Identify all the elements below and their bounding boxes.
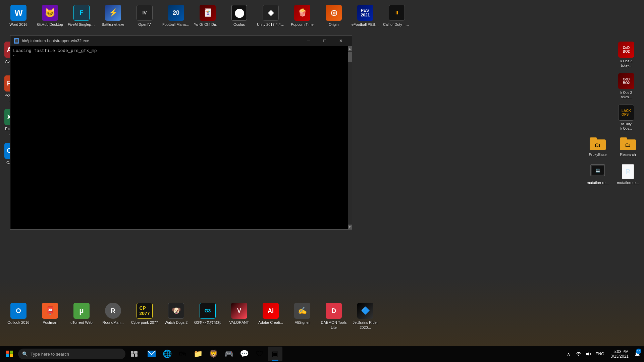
system-tray-expand-button[interactable]: ∧ [564,347,573,361]
desktop-icon-github[interactable]: 🐱 GitHub Desktop [35,3,65,29]
openiv-label: OpenIV [138,22,151,27]
taskbar-explorer-icon[interactable]: 📁 [191,347,205,361]
desktop-icon-callofduty[interactable]: II Call of Duty - Black Ops 2 [382,3,412,29]
desktop-icon-openiv[interactable]: IV OpenIV [129,3,160,29]
desktop-icon-research[interactable]: 🗂 Research [614,135,641,159]
language-label: ENG [596,352,604,356]
desktop-icon-watchdogs[interactable]: 🐶 Watch Dogs 2 [161,301,191,327]
taskbar-pinned-icons: 🌐 🛍 📁 🦁 🎮 💬 🛡 [144,347,282,361]
bo2-mp-icon[interactable]: CoDBO2 k Ops 2tiplay... [611,40,641,70]
right-bo2-icons: CoDBO2 k Ops 2tiplay... CoDBO2 k Ops 2nb… [611,40,641,133]
callofduty-label: Call of Duty - Black Ops 2 [383,22,411,27]
desktop-icon-word2016[interactable]: W Word 2016 [3,3,34,29]
unity-label: Unity 2017.4.40... [257,22,284,27]
minimize-button[interactable]: ─ [301,36,316,46]
outlook-label: Outlook 2016 [7,320,29,325]
taskbar-brave-icon[interactable]: 🦁 [206,347,221,361]
start-button[interactable] [1,346,17,362]
blackops-logo-icon[interactable]: LACKOPS of Dutyk Ops... [611,103,641,133]
svg-marker-9 [586,352,589,356]
desktop-icon-fivem[interactable]: F FiveM Singleplayer [66,3,97,29]
task-view-button[interactable] [126,346,142,362]
desktop-icon-football[interactable]: 20 Football Manag... [161,3,191,29]
desktop-icon-adobe[interactable]: Ai Adobe Creati... [256,301,286,327]
network-icon[interactable] [574,347,583,361]
desktop-icon-mutation-re1[interactable]: 💻 mutation-re... [584,162,611,187]
desktop-bottom-icons: O Outlook 2016 📮 Postman μ uTorrent Web … [0,301,644,332]
window-controls: ─ □ ✕ [301,36,348,46]
desktop-icon-unity[interactable]: ◆ Unity 2017.4.40... [256,3,286,29]
desktop-icon-daemon[interactable]: D DAEMON Tools Lite [319,301,349,332]
right-file-row: 💻 mutation-re... 📄 mutation-re... [584,162,641,187]
taskbar-terminal-icon[interactable]: ▣ [268,347,282,361]
origin-icon: ◎ [326,5,342,21]
language-indicator[interactable]: ENG [594,347,606,361]
desktop-icon-proxybase[interactable]: 🗂 ProxyBase [584,135,611,159]
proxybase-label: ProxyBase [589,152,606,157]
yugioh-icon: 🃏 [200,5,216,21]
desktop-icon-altsigner[interactable]: ✍ AltSigner [287,301,317,327]
jetbrains-icon: 🔷 [357,303,373,319]
search-placeholder-text: Type here to search [31,352,69,357]
taskbar-ue4-icon[interactable]: 🎮 [221,347,236,361]
desktop-icon-efootball[interactable]: PES2021 eFootball PES 2021 [350,3,380,29]
watchdogs-icon: 🐶 [168,303,184,319]
desktop-icon-battlenet[interactable]: ⚡ Battle.net.exe [98,3,128,29]
desktop-icon-mutation-re2[interactable]: 📄 mutation-re... [614,162,641,187]
file-explorer-icon: 📁 [194,350,203,358]
outlook-icon: O [10,303,26,319]
desktop-icon-jetbrains[interactable]: 🔷 JetBrains Rider 2020... [350,301,380,332]
maximize-button[interactable]: □ [317,36,332,46]
desktop-icon-utorrent[interactable]: μ uTorrent Web [66,301,97,327]
desktop-icon-oculus[interactable]: ⬤ Oculus [224,3,254,29]
desktop-icon-roundman[interactable]: R RoundMan... [98,301,128,327]
word2016-icon: W [10,5,26,21]
console-scrollbar[interactable]: ▲ ▼ [348,46,352,229]
unity-icon: ◆ [263,5,279,21]
wifi-icon [576,351,581,357]
bo2-zombies-label: k Ops 2nbies... [621,90,632,99]
svg-rect-2 [6,354,9,357]
desktop-icon-cyberpunk[interactable]: CP2077 Cyberpunk 2077 [129,301,160,327]
taskbar-clock[interactable]: 5:03 PM 3/13/2021 [608,347,631,361]
close-button[interactable]: ✕ [333,36,348,46]
adobe-icon: Ai [263,303,279,319]
bo2-mp-label: k Ops 2tiplay... [621,59,632,68]
clock-date: 3/13/2021 [611,354,629,359]
popcorntime-label: Popcorn Time [291,22,314,27]
desktop-icon-postman[interactable]: 📮 Postman [35,301,65,327]
desktop-icon-g3[interactable]: G3 G3专业竞技鼠标 [193,301,223,327]
taskbar: 🔍 Type here to search 🌐 [0,346,644,362]
taskbar-store-icon[interactable]: 🛍 [175,347,190,361]
valorant-icon: V [231,303,247,319]
scroll-up-button[interactable]: ▲ [348,46,352,51]
desktop-icon-outlook[interactable]: O Outlook 2016 [3,301,34,327]
desktop-icon-valorant[interactable]: V VALORANT [224,301,254,327]
desktop-icon-popcorntime[interactable]: 🍿 Popcorn Time [287,3,317,29]
taskbar-discord-icon[interactable]: 💬 [237,347,252,361]
altsigner-icon: ✍ [294,303,310,319]
discord-icon: 💬 [240,350,249,358]
bo2-zombies-icon[interactable]: CoDBO2 k Ops 2nbies... [611,71,641,101]
bo2-zombies-img: CoDBO2 [618,73,634,89]
svg-rect-7 [135,354,138,357]
popcorntime-icon: 🍿 [294,5,310,21]
desktop-icon-origin[interactable]: ◎ Origin [319,3,349,29]
mutation-re1-img: 💻 [590,164,605,179]
fivem-icon: F [73,5,90,21]
mutation-re1-label: mutation-re... [587,180,609,185]
taskbar-vpn-icon[interactable]: 🛡 [252,347,267,361]
desktop-icon-yugioh[interactable]: 🃏 Yu-Gi-Oh! Duel Links [193,3,223,29]
taskbar-edge-icon[interactable]: 🌐 [160,347,174,361]
taskbar-mail-icon[interactable] [144,347,159,361]
console-body: Loading fastfile code_pre_gfx_mp ← ▲ ▼ [10,46,352,229]
console-window: ⬛ bin\plutonium-bootstrapper-win32.exe ─… [10,35,352,230]
efootball-label: eFootball PES 2021 [352,22,379,27]
scroll-thumb[interactable] [348,52,352,62]
postman-label: Postman [43,320,57,325]
volume-icon[interactable] [584,347,593,361]
notification-center-button[interactable]: 18 [632,347,643,361]
oculus-icon: ⬤ [231,5,247,21]
taskbar-search[interactable]: 🔍 Type here to search [18,349,125,359]
scroll-down-button[interactable]: ▼ [348,225,352,229]
